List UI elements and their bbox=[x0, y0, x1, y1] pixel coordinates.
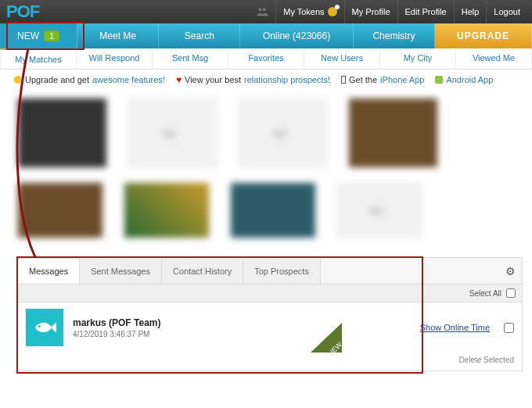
subnav-my-matches[interactable]: My Matches bbox=[0, 48, 77, 69]
subnav-my-city[interactable]: My City bbox=[380, 48, 456, 69]
new-badge: NEW bbox=[311, 323, 342, 353]
feat-rel-link[interactable]: relationship prospects! bbox=[244, 75, 330, 84]
help-link[interactable]: Help bbox=[454, 0, 487, 23]
feat-iphone[interactable]: Get the iPhone App bbox=[341, 75, 424, 84]
subnav-sent-msg[interactable]: Sent Msg bbox=[153, 48, 228, 69]
select-all-label: Select All bbox=[469, 289, 501, 298]
feat-upgrade-link[interactable]: awesome features! bbox=[92, 75, 165, 84]
nav-new-badge: 1 bbox=[44, 30, 59, 41]
profile-card[interactable] bbox=[348, 98, 438, 168]
tab-contact-history[interactable]: Contact History bbox=[162, 259, 243, 284]
tab-sent-messages[interactable]: Sent Messages bbox=[80, 259, 162, 284]
profile-card[interactable] bbox=[124, 182, 210, 238]
messages-panel: Messages Sent Messages Contact History T… bbox=[17, 257, 523, 371]
nav-upgrade[interactable]: UPGRADE bbox=[435, 23, 532, 48]
profile-card[interactable] bbox=[17, 182, 103, 238]
edit-profile-link[interactable]: Edit Profile bbox=[397, 0, 454, 23]
star-icon bbox=[14, 76, 22, 84]
feat-iphone-link[interactable]: iPhone App bbox=[380, 75, 424, 84]
sender-avatar[interactable] bbox=[26, 309, 63, 346]
subnav-favorites[interactable]: Favorites bbox=[228, 48, 304, 69]
message-row[interactable]: markus (POF Team) 4/12/2019 3:46:37 PM N… bbox=[18, 302, 522, 353]
subnav-will-respond[interactable]: Will Respond bbox=[77, 48, 153, 69]
nav-new-label: NEW bbox=[17, 30, 39, 41]
show-online-time-link[interactable]: Show Online Time bbox=[420, 323, 490, 332]
feat-upgrade-pre: Upgrade and get bbox=[25, 75, 89, 84]
nav-search[interactable]: Search bbox=[159, 23, 240, 48]
my-tokens-label: My Tokens bbox=[283, 7, 324, 16]
profile-card[interactable]: ···Age ······ bbox=[336, 182, 422, 238]
message-timestamp: 4/12/2019 3:46:37 PM bbox=[73, 330, 160, 338]
android-icon bbox=[435, 76, 443, 84]
feat-relationships[interactable]: ♥ View your best relationship prospects! bbox=[176, 74, 330, 85]
svg-point-3 bbox=[38, 325, 41, 327]
brand-logo[interactable]: POF bbox=[5, 2, 44, 22]
feat-iphone-pre: Get the bbox=[349, 75, 377, 84]
nav-chemistry[interactable]: Chemistry bbox=[354, 23, 435, 48]
feat-rel-pre: View your best bbox=[185, 75, 241, 84]
message-sender: markus (POF Team) bbox=[73, 317, 160, 328]
feat-android-link[interactable]: Android App bbox=[446, 75, 493, 84]
subnav-new-users[interactable]: New Users bbox=[304, 48, 380, 69]
profile-grid: ···Age ······ ···Age ······ ···Age ·····… bbox=[0, 90, 532, 254]
profile-card[interactable]: ···Age ······ bbox=[128, 98, 217, 168]
feat-upgrade[interactable]: Upgrade and get awesome features! bbox=[14, 75, 165, 84]
logout-link[interactable]: Logout bbox=[486, 0, 527, 23]
subnav-viewed-me[interactable]: Viewed Me bbox=[456, 48, 532, 69]
phone-icon bbox=[341, 76, 346, 84]
my-tokens-link[interactable]: My Tokens bbox=[275, 0, 343, 23]
profile-card[interactable] bbox=[230, 182, 316, 238]
svg-point-1 bbox=[263, 8, 266, 11]
feat-android[interactable]: Android App bbox=[435, 75, 493, 84]
svg-point-0 bbox=[259, 8, 262, 11]
select-all-checkbox[interactable] bbox=[506, 288, 516, 298]
nav-online[interactable]: Online (423066) bbox=[240, 23, 353, 48]
gear-icon[interactable]: ⚙ bbox=[499, 265, 522, 277]
nav-meet-me[interactable]: Meet Me bbox=[77, 23, 159, 48]
delete-selected-link[interactable]: Delete Selected bbox=[458, 356, 514, 364]
tab-messages[interactable]: Messages bbox=[18, 258, 80, 284]
message-select-checkbox[interactable] bbox=[504, 323, 514, 333]
my-profile-link[interactable]: My Profile bbox=[344, 0, 397, 23]
tokens-badge-icon bbox=[328, 7, 337, 16]
top-people-icon[interactable] bbox=[249, 0, 275, 23]
profile-card[interactable]: ···Age ······ bbox=[238, 98, 328, 168]
tab-top-prospects[interactable]: Top Prospects bbox=[243, 259, 321, 284]
nav-new[interactable]: NEW 1 bbox=[0, 23, 77, 48]
fish-icon bbox=[33, 318, 56, 337]
profile-card[interactable] bbox=[17, 98, 107, 168]
two-people-icon bbox=[256, 5, 268, 18]
heart-icon: ♥ bbox=[176, 74, 182, 85]
